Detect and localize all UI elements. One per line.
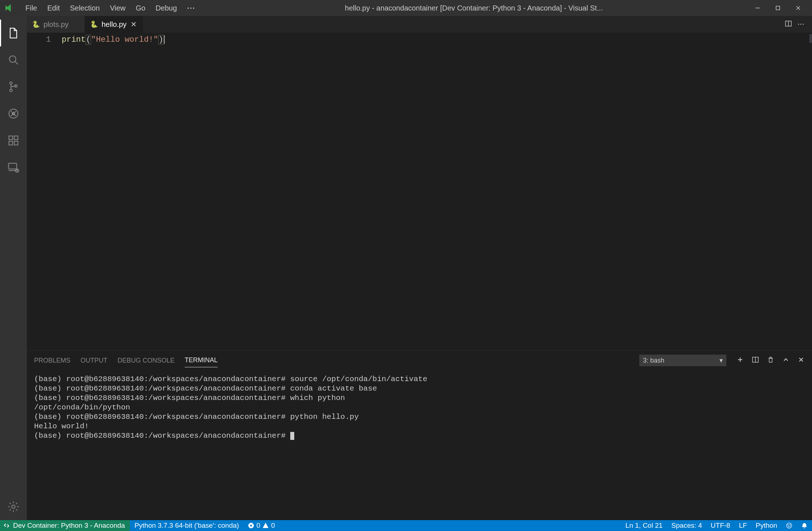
kill-terminal-icon[interactable] [767,356,774,365]
terminal-selector-dropdown[interactable]: 3: bash ▾ [639,355,726,366]
status-encoding[interactable]: UTF-8 [706,520,735,531]
python-file-icon: 🐍 [90,20,98,28]
status-remote-indicator[interactable]: Dev Container: Python 3 - Anaconda [0,520,130,531]
svg-rect-14 [14,136,18,140]
window-minimize-button[interactable] [747,0,768,16]
menu-overflow[interactable]: ··· [182,2,201,15]
svg-point-10 [12,112,15,115]
chevron-down-icon: ▾ [719,356,723,364]
status-python-interpreter[interactable]: Python 3.7.3 64-bit ('base': conda) [130,520,243,531]
code-content[interactable]: print("Hello world!") [62,33,812,350]
activity-source-control[interactable] [0,73,27,100]
svg-rect-11 [9,136,13,140]
status-remote-label: Dev Container: Python 3 - Anaconda [13,522,125,530]
tab-close-button[interactable]: ✕ [130,20,138,29]
line-number-gutter: 1 [27,33,62,350]
terminal-selector-value: 3: bash [643,357,664,364]
panel-tab-debug-console[interactable]: DEBUG CONSOLE [118,354,175,367]
tab-hello-py[interactable]: 🐍 hello.py ✕ [85,16,143,33]
menu-debug[interactable]: Debug [151,2,182,15]
status-problems[interactable]: 0 0 [243,520,279,531]
status-bar: Dev Container: Python 3 - Anaconda Pytho… [0,520,812,531]
python-file-icon: 🐍 [32,20,40,28]
status-notifications-icon[interactable] [797,520,812,531]
svg-point-31 [788,524,788,525]
menu-edit[interactable]: Edit [42,2,65,15]
svg-point-32 [790,524,791,525]
status-eol[interactable]: LF [735,520,751,531]
split-editor-icon[interactable] [785,20,792,29]
svg-point-30 [787,523,792,528]
new-terminal-icon[interactable] [737,356,744,365]
svg-point-17 [15,168,19,172]
tab-label: plots.py [44,20,69,29]
bottom-panel: PROBLEMS OUTPUT DEBUG CONSOLE TERMINAL 3… [27,350,812,520]
window-controls [747,0,808,16]
activity-search[interactable] [0,46,27,73]
warning-count: 0 [271,522,275,530]
line-number: 1 [27,34,51,46]
activity-bar [0,16,27,520]
svg-line-5 [15,62,18,65]
token-open-paren: ( [86,35,91,45]
status-indentation[interactable]: Spaces: 4 [667,520,706,531]
tab-label: hello.py [102,20,127,29]
activity-explorer[interactable] [0,20,27,46]
tab-plots-py[interactable]: 🐍 plots.py ✕ [27,16,85,33]
svg-rect-12 [9,141,13,145]
svg-rect-13 [14,141,18,145]
svg-rect-1 [776,6,780,10]
window-maximize-button[interactable] [768,0,788,16]
token-string: "Hello world!" [91,35,158,44]
svg-point-6 [10,82,12,85]
title-bar: File Edit Selection View Go Debug ··· he… [0,0,812,16]
status-language-mode[interactable]: Python [751,520,782,531]
vscode-logo-icon [4,3,14,13]
editor-tabs: 🐍 plots.py ✕ 🐍 hello.py ✕ ··· [27,16,812,33]
panel-tab-problems[interactable]: PROBLEMS [34,354,70,367]
overview-ruler-marker [809,34,812,43]
close-panel-icon[interactable] [797,356,805,365]
split-terminal-icon[interactable] [752,356,759,365]
token-close-paren: ) [158,35,164,45]
window-close-button[interactable] [788,0,808,16]
menu-go[interactable]: Go [131,2,151,15]
panel-tab-output[interactable]: OUTPUT [81,354,107,367]
menu-bar: File Edit Selection View Go Debug ··· [20,2,200,15]
activity-extensions[interactable] [0,127,27,154]
terminal-output[interactable]: (base) root@b62889638140:/workspaces/ana… [27,367,812,520]
activity-settings-gear[interactable] [0,493,27,520]
menu-selection[interactable]: Selection [65,2,105,15]
svg-point-18 [12,505,15,508]
activity-remote-explorer[interactable] [0,154,27,181]
activity-debug[interactable] [0,100,27,127]
menu-view[interactable]: View [105,2,131,15]
more-actions-icon[interactable]: ··· [798,21,805,28]
terminal-cursor [290,432,294,440]
svg-point-4 [9,56,16,62]
status-feedback-icon[interactable] [782,520,797,531]
panel-tab-terminal[interactable]: TERMINAL [185,354,218,367]
maximize-panel-icon[interactable] [782,356,790,365]
menu-file[interactable]: File [20,2,42,15]
status-cursor-position[interactable]: Ln 1, Col 21 [621,520,667,531]
svg-rect-15 [9,163,17,169]
token-function: print [62,35,86,44]
svg-point-7 [10,89,12,92]
error-count: 0 [257,522,261,530]
window-title: hello.py - anacondacontainer [Dev Contai… [200,4,747,12]
editor-cursor [164,35,165,44]
code-editor[interactable]: 1 print("Hello world!") [27,33,812,350]
